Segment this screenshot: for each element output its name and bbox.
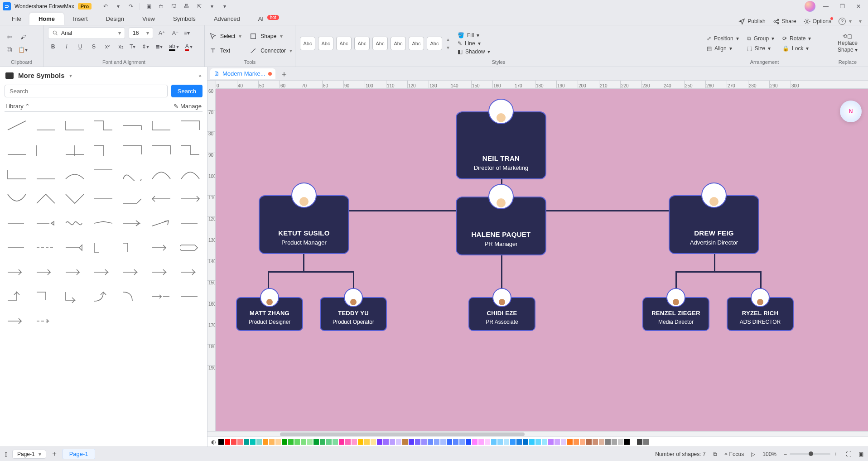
style-swatch-1[interactable]: Abc [300,37,315,50]
color-swatch[interactable] [504,439,509,445]
org-node-child-1[interactable]: HALENE PAQUET PR Manager [456,197,546,255]
superscript-button[interactable]: x² [102,42,112,52]
font-family-select[interactable]: Arial ▾ [48,27,125,39]
shape-thumb[interactable] [63,189,87,209]
line-button[interactable]: ✎ Line ▾ [458,40,490,47]
color-swatch[interactable] [244,439,249,445]
color-swatch[interactable] [415,439,420,445]
menu-home[interactable]: Home [29,13,64,25]
color-swatch[interactable] [618,439,623,445]
color-swatch[interactable] [307,439,313,445]
style-gallery[interactable]: Abc Abc Abc Abc Abc Abc Abc Abc ▴ ▾ [300,36,451,51]
open-button[interactable]: 🗀 [157,2,165,10]
shape-thumb[interactable] [5,189,29,209]
shape-thumb[interactable] [149,213,174,233]
shape-thumb[interactable] [149,115,174,135]
color-swatch[interactable] [275,439,281,445]
format-painter-button[interactable]: 🖌 [18,32,28,42]
new-page-button[interactable]: ▣ [145,2,153,10]
shape-thumb[interactable] [120,238,145,258]
export-button[interactable]: ⇱ [195,2,203,10]
color-swatch[interactable] [339,439,344,445]
color-swatch[interactable] [396,439,401,445]
new-doc-tab-button[interactable]: ＋ [279,69,289,79]
page-layout-icon[interactable]: ▯ [5,451,8,457]
maximize-button[interactable]: ❐ [836,1,848,11]
shape-thumb[interactable] [34,262,58,282]
underline-button[interactable]: U [75,42,85,52]
style-swatch-2[interactable]: Abc [318,37,333,50]
cut-button[interactable]: ✄ [5,32,14,42]
zoom-in-button[interactable]: ＋ [833,450,839,458]
color-swatch[interactable] [529,439,535,445]
font-size-select[interactable]: 16 ▾ [129,27,153,39]
shape-thumb[interactable] [34,213,58,233]
floating-assistant-button[interactable]: N [840,101,862,122]
decrease-font-button[interactable]: A⁻ [170,28,180,38]
color-swatch[interactable] [326,439,332,445]
org-node-leaf-2-1[interactable]: RYZEL RICH ADS DIRECTOR [727,297,794,331]
color-swatch[interactable] [345,439,351,445]
shape-thumb[interactable] [92,115,116,135]
doc-tab-active[interactable]: 🗎 Modern Marke... [210,68,275,79]
shape-thumb[interactable] [34,311,58,331]
color-swatch[interactable] [612,439,617,445]
color-swatch[interactable] [421,439,427,445]
shape-thumb[interactable] [92,262,116,282]
color-swatch[interactable] [256,439,262,445]
library-dropdown[interactable]: Library ⌃ [5,103,30,110]
shape-thumb[interactable] [92,238,116,258]
color-swatch[interactable] [491,439,497,445]
close-button[interactable]: ✕ [853,1,864,11]
export-caret[interactable]: ▾ [208,2,216,10]
shape-tool[interactable]: Shape▾ [250,31,292,42]
change-case-button[interactable]: T▾ [130,42,138,52]
font-color-button[interactable]: A▾ [185,42,195,52]
shape-thumb[interactable] [149,164,174,184]
menu-insert[interactable]: Insert [64,13,97,25]
lock-button[interactable]: 🔒 Lock▾ [782,45,811,52]
shape-thumb[interactable] [5,311,29,331]
shape-thumb[interactable] [178,164,203,184]
shape-thumb[interactable] [5,115,29,135]
color-swatch[interactable] [599,439,604,445]
shadow-button[interactable]: ◧ Shadow ▾ [458,48,490,55]
shape-thumb[interactable] [92,189,116,209]
color-swatch[interactable] [371,439,376,445]
replace-shape-button[interactable]: ⟲▢ Replace Shape ▾ [838,34,858,53]
layers-button[interactable]: ⧉ [713,451,717,457]
add-page-button[interactable]: ＋ [51,449,58,459]
color-swatch[interactable] [542,439,547,445]
align-button[interactable]: ▤ Align▾ [707,45,739,52]
shape-thumb[interactable] [92,164,116,184]
color-swatch[interactable] [402,439,408,445]
color-swatch[interactable] [485,439,490,445]
color-swatch[interactable] [574,439,579,445]
style-gallery-up[interactable]: ▴ [447,36,449,43]
color-swatch[interactable] [535,439,541,445]
color-swatch[interactable] [580,439,585,445]
rotate-button[interactable]: ⟳ Rotate▾ [782,35,811,42]
color-swatch[interactable] [282,439,287,445]
shape-thumb[interactable] [178,287,203,307]
org-node-leaf-0-1[interactable]: TEDDY YU Product Operator [320,297,387,331]
color-swatch[interactable] [269,439,275,445]
line-spacing-button[interactable]: ⇕▾ [142,42,152,52]
shape-thumb[interactable] [120,189,145,209]
org-node-child-0[interactable]: KETUT SUSILO Product Manager [259,195,349,254]
manage-library-button[interactable]: ✎ Manage [174,103,202,110]
menu-file[interactable]: File [4,13,29,25]
style-gallery-down[interactable]: ▾ [447,44,449,51]
save-button[interactable]: 🖫 [170,2,178,10]
italic-button[interactable]: I [62,42,72,52]
increase-font-button[interactable]: A⁺ [157,28,167,38]
symbol-search-button[interactable]: Search [171,85,203,97]
fill-button[interactable]: 🪣 Fill ▾ [458,32,490,38]
color-swatch[interactable] [466,439,471,445]
color-swatch[interactable] [218,439,224,445]
shape-thumb[interactable] [63,213,87,233]
color-swatch[interactable] [561,439,566,445]
menu-symbols[interactable]: Symbols [164,13,205,25]
publish-button[interactable]: Publish [738,18,765,25]
style-swatch-5[interactable]: Abc [372,37,388,50]
